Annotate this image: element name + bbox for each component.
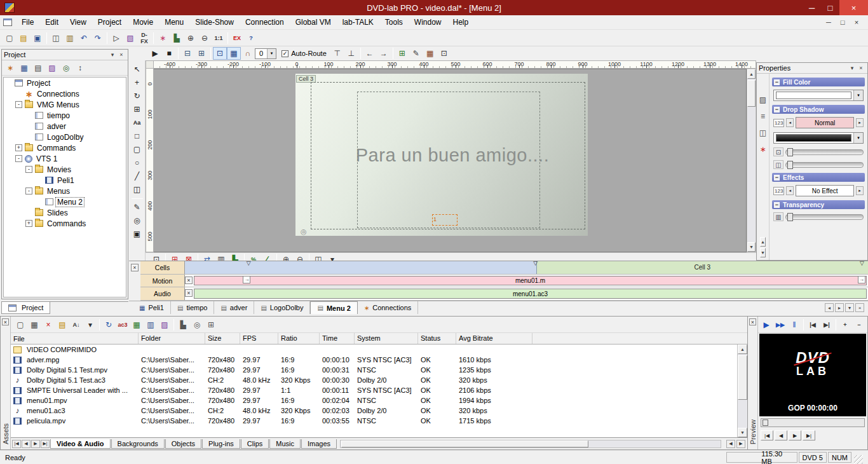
add-menu-icon[interactable]: ▤ xyxy=(31,62,45,74)
tree-expander-icon[interactable]: - xyxy=(25,188,32,194)
preview-seek-slider[interactable] xyxy=(761,418,865,427)
asset-category-tab[interactable]: Clips xyxy=(241,439,269,449)
preview-screen[interactable]: DVD LAB GOP 00:00:00 xyxy=(759,334,866,416)
bitrate-chart-icon[interactable]: ▙ xyxy=(170,32,184,44)
render-icon[interactable]: ▧ xyxy=(123,32,137,44)
remove-audio-icon[interactable]: × xyxy=(185,289,193,297)
last-frame-button[interactable]: ▶| xyxy=(803,430,815,440)
scrollbar-thumb[interactable] xyxy=(738,355,747,400)
scroll-up-icon[interactable]: ▲ xyxy=(747,69,756,79)
hotspot-rect-tool[interactable]: ▣ xyxy=(131,228,144,240)
close-icon[interactable]: × xyxy=(2,318,9,325)
add-video-icon[interactable]: ▥ xyxy=(144,318,158,331)
mdi-restore-icon[interactable]: □ xyxy=(836,18,849,26)
audio-clip[interactable]: menu01.ac3 xyxy=(194,289,867,299)
next-frame-button[interactable]: ▶ xyxy=(789,430,801,440)
tree-item[interactable]: - VTS 1 xyxy=(4,153,126,164)
document-tab[interactable]: ▤ LogoDolby xyxy=(254,301,310,314)
scroll-right-icon[interactable]: ▶ xyxy=(736,440,745,448)
preview-icon[interactable]: ▷ xyxy=(109,32,123,44)
asset-row[interactable]: menu01.mpv C:\Users\Saber... 720x480 29.… xyxy=(11,395,747,406)
safe-area-icon[interactable]: ⊡ xyxy=(213,47,227,60)
column-header-fps[interactable]: FPS xyxy=(240,333,278,344)
maximize-button[interactable]: □ xyxy=(821,0,839,15)
remove-motion-icon[interactable]: × xyxy=(185,276,193,284)
disc-type-indicator[interactable]: DVD 5 xyxy=(799,452,827,463)
document-tab[interactable]: ▤ Menu 2 xyxy=(310,301,357,314)
menu-canvas[interactable]: Cell 3 Para un buen amigo.... 1 ◎ xyxy=(154,69,747,252)
tree-item[interactable]: - Movies xyxy=(4,164,126,175)
disc-icon[interactable]: ◎ xyxy=(190,318,204,331)
first-frame-button[interactable]: |◀ xyxy=(761,430,773,440)
menu-item[interactable]: Menu xyxy=(159,15,189,30)
prev-option-icon[interactable]: ◂ xyxy=(786,118,794,127)
scroll-left-icon[interactable]: ◀ xyxy=(726,440,735,448)
zoom-out-icon[interactable]: ⊖ xyxy=(198,32,212,44)
ac3-encode-icon[interactable]: ac3 xyxy=(116,318,130,331)
tree-expander-icon[interactable]: + xyxy=(25,220,32,227)
new-connection-icon[interactable]: ∗ xyxy=(3,62,17,74)
cells-track[interactable]: Cell 3 ▽ ▽ ▽ xyxy=(185,261,868,274)
mdi-close-icon[interactable]: × xyxy=(850,18,863,26)
column-header-size[interactable]: Size xyxy=(205,333,240,344)
page-handle-icon[interactable]: ◎ xyxy=(301,228,307,236)
chapter-marker-icon[interactable]: ▽ xyxy=(247,260,251,266)
column-header-status[interactable]: Status xyxy=(418,333,456,344)
document-tab[interactable]: ▦ Peli1 xyxy=(133,301,171,314)
numeric-entry-icon[interactable]: 123 xyxy=(773,119,784,127)
gop-plus-icon[interactable]: + xyxy=(838,318,852,331)
asset-category-tab[interactable]: Plug-ins xyxy=(202,439,240,449)
frame-index-icon[interactable]: ▦ xyxy=(130,318,144,331)
tree-expander-icon[interactable]: - xyxy=(15,101,22,108)
chevron-down-icon[interactable]: ▾ xyxy=(853,133,863,143)
menu-text-object[interactable]: Para un buen amigo.... xyxy=(295,145,588,166)
gradient-icon[interactable] xyxy=(757,78,769,89)
dfx-icon[interactable]: D-FX xyxy=(137,32,151,44)
column-header-avg-bitrate[interactable]: Avg Bitrate xyxy=(456,333,532,344)
tabs-list-icon[interactable]: ▾ xyxy=(845,303,854,312)
tab-project[interactable]: Project xyxy=(1,302,50,314)
motion-clip[interactable]: menu01.m xyxy=(194,276,867,286)
menu-item[interactable]: File xyxy=(16,15,39,30)
stop-button[interactable]: ■ xyxy=(162,47,176,60)
add-slideshow-icon[interactable]: ▨ xyxy=(45,62,59,74)
auto-route-checkbox[interactable]: ✓ xyxy=(281,50,288,57)
next-tab-icon[interactable]: ▶ xyxy=(31,440,40,448)
resize-grip[interactable] xyxy=(854,455,863,464)
assets-vertical-scrollbar[interactable]: ▲ ▼ xyxy=(737,345,747,437)
show-grid-icon[interactable]: ▦ xyxy=(227,47,241,60)
menu-item[interactable]: Connection xyxy=(240,15,290,30)
tree-item[interactable]: Slides xyxy=(4,207,126,218)
menu-grid-icon[interactable]: ▦ xyxy=(423,47,437,60)
mdi-child-icon[interactable] xyxy=(3,18,12,26)
prev-chapter-icon[interactable]: |◀ xyxy=(806,318,820,331)
menu-item[interactable]: lab-TALK xyxy=(337,15,379,30)
first-tab-icon[interactable]: |◀ xyxy=(12,440,21,448)
menu-item[interactable]: Edit xyxy=(39,15,64,30)
shadow-mode-select[interactable]: Normal xyxy=(796,117,854,128)
tree-item[interactable]: tiempo xyxy=(4,110,126,121)
asset-category-tab[interactable]: Video & Audio xyxy=(50,439,111,449)
column-header-file[interactable]: File xyxy=(11,333,139,344)
scroll-up-icon[interactable]: ▲ xyxy=(760,237,766,247)
next-option-icon[interactable]: ▸ xyxy=(856,118,864,127)
column-header-ratio[interactable]: Ratio xyxy=(278,333,320,344)
actual-size-icon[interactable]: 1:1 xyxy=(212,32,226,44)
asset-row[interactable]: VIDEO COMPRIMIDO xyxy=(11,345,747,355)
tree-item[interactable]: Connections xyxy=(4,88,126,99)
scroll-up-icon[interactable]: ▲ xyxy=(738,345,747,354)
mdi-minimize-icon[interactable]: ─ xyxy=(822,18,835,26)
menu-item[interactable]: Slide-Show xyxy=(189,15,240,30)
undo-icon[interactable]: ↶ xyxy=(77,32,91,44)
cell-segment-3[interactable]: Cell 3 xyxy=(537,261,868,274)
menu-page[interactable]: Cell 3 Para un buen amigo.... 1 ◎ xyxy=(295,74,588,236)
preview-fast-icon[interactable]: ▶▶ xyxy=(773,318,787,331)
bitrate-view-icon[interactable]: ▙ xyxy=(176,318,190,331)
drop-shadow-section-header[interactable]: − Drop Shadow xyxy=(772,105,865,114)
link-color-icon[interactable]: ≡ xyxy=(757,111,769,122)
fill-color-section-header[interactable]: − Fill Color xyxy=(772,78,865,86)
effect-select[interactable]: No Effect xyxy=(796,185,854,196)
close-icon[interactable]: × xyxy=(857,64,865,72)
next-option-icon[interactable]: ▸ xyxy=(856,186,864,195)
refresh-icon[interactable]: ↻ xyxy=(102,318,116,331)
